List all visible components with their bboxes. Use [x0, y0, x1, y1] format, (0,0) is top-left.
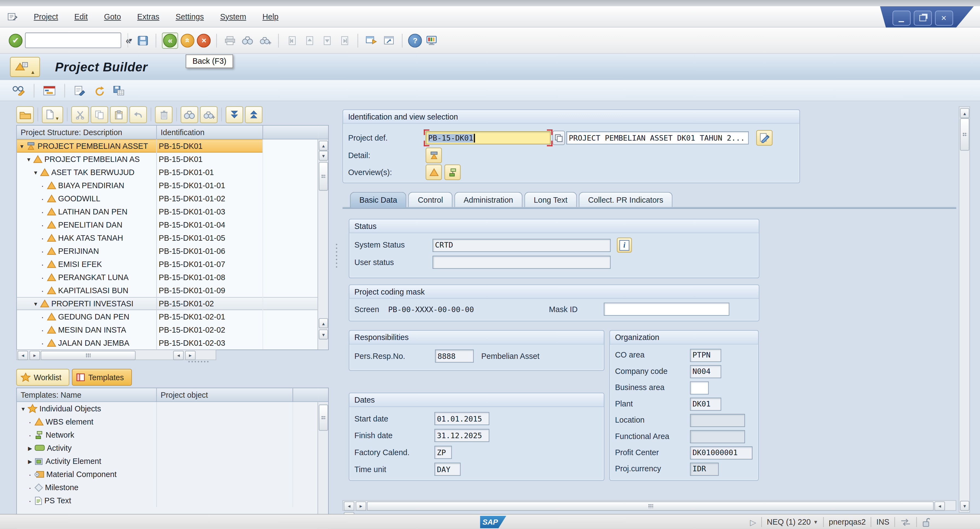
tree-cell-description[interactable]: ▼PROJECT PEMBELIAN AS — [17, 153, 157, 166]
menu-item-settings[interactable]: Settings — [168, 10, 212, 23]
tree-cell-identification[interactable]: PB-15-DK01-01-09 — [157, 284, 263, 297]
tree-cell-identification[interactable]: PB-15-DK01-01-08 — [157, 271, 263, 284]
tree-row[interactable]: ·PENELITIAN DANPB-15-DK01-01-04 — [17, 218, 318, 231]
project-builder-menu-button[interactable]: ▲ — [10, 57, 40, 77]
scroll-right-icon[interactable]: ► — [356, 501, 366, 511]
tree-cell-identification[interactable]: PB-15-DK01-02 — [157, 297, 263, 310]
templates-button[interactable]: Templates — [72, 369, 132, 386]
mask-id-input[interactable] — [604, 303, 730, 315]
last-page-button[interactable] — [337, 33, 352, 48]
menu-item-edit[interactable]: Edit — [66, 10, 96, 23]
tree-row[interactable]: ·LATIHAN DAN PENPB-15-DK01-01-03 — [17, 205, 318, 218]
scroll-left-icon[interactable]: ◄ — [934, 501, 945, 511]
edit-object-button[interactable] — [72, 83, 88, 98]
menu-item-project[interactable]: Project — [26, 10, 66, 23]
tree-cell-description[interactable]: ·JALAN DAN JEMBA — [17, 336, 157, 350]
expander-icon[interactable]: ▼ — [19, 405, 27, 412]
column-header-identification[interactable]: Identification — [157, 126, 263, 139]
scroll-left-icon[interactable]: ◄ — [344, 501, 355, 511]
date-field-input-factory-calend-[interactable]: ZP — [434, 446, 452, 459]
template-cell-project-object[interactable] — [157, 415, 293, 429]
template-cell-project-object[interactable] — [157, 481, 293, 494]
tree-row[interactable]: ▼PROJECT PEMBELIAN ASPB-15-DK01 — [17, 153, 318, 166]
close-button[interactable]: ✕ — [935, 11, 953, 26]
template-cell-name[interactable]: ·Milestone — [17, 481, 157, 494]
project-def-input[interactable]: PB-15-DK01 — [426, 131, 551, 144]
tree-cell-identification[interactable]: PB-15-DK01 — [157, 140, 263, 153]
template-row[interactable]: ·Network — [17, 429, 318, 441]
tree-vertical-scrollbar[interactable]: ▲ ▼ ▲ ▼ — [317, 140, 328, 350]
tree-cell-identification[interactable]: PB-15-DK01-01-01 — [157, 179, 263, 192]
tree-cell-identification[interactable]: PB-15-DK01-01-06 — [157, 245, 263, 258]
scroll-thumb[interactable] — [41, 351, 135, 360]
tab-collect-pr-indicators[interactable]: Collect. PR Indicators — [579, 192, 672, 208]
tree-cell-description[interactable]: ·EMISI EFEK — [17, 258, 157, 271]
tree-cell-description[interactable]: ·GEDUNG DAN PEN — [17, 310, 157, 323]
copy-value-icon[interactable] — [553, 131, 565, 145]
scroll-up-icon[interactable]: ▲ — [960, 108, 969, 118]
find-next-button[interactable] — [258, 33, 273, 48]
paste-button[interactable] — [110, 106, 127, 123]
previous-page-button[interactable] — [302, 33, 317, 48]
insert-mode[interactable]: INS — [872, 518, 894, 527]
tree-cell-identification[interactable]: PB-15-DK01 — [157, 153, 263, 166]
tree-row[interactable]: ▼PROPERTI INVESTASIPB-15-DK01-02 — [17, 297, 318, 310]
tree-cell-description[interactable]: ·HAK ATAS TANAH — [17, 231, 157, 245]
menu-item-extras[interactable]: Extras — [129, 10, 167, 23]
tree-cell-description[interactable]: ·MESIN DAN INSTA — [17, 323, 157, 336]
content-horizontal-scrollbar[interactable]: ◄►◄► — [343, 500, 956, 511]
expander-icon[interactable]: ▼ — [32, 169, 40, 175]
status-info-button[interactable]: i — [617, 238, 632, 253]
tab-administration[interactable]: Administration — [454, 192, 523, 208]
create-object-button[interactable]: ▼ — [42, 106, 63, 123]
tree-cell-identification[interactable]: PB-15-DK01-01 — [157, 166, 263, 179]
tree-horizontal-scrollbar[interactable]: ◄►◄► — [16, 350, 216, 360]
tree-cell-description[interactable]: ·PENELITIAN DAN — [17, 218, 157, 231]
minimize-button[interactable]: ▁ — [892, 11, 910, 26]
undo-tree-button[interactable] — [129, 106, 147, 123]
new-session-button[interactable] — [364, 33, 379, 48]
tree-row[interactable]: ·GOODWILLPB-15-DK01-01-02 — [17, 192, 318, 205]
template-cell-project-object[interactable] — [157, 455, 293, 468]
display-change-button[interactable] — [11, 83, 26, 98]
edit-description-button[interactable] — [756, 130, 772, 145]
command-input[interactable] — [26, 35, 128, 46]
scroll-thumb[interactable] — [367, 501, 934, 511]
horizontal-splitter[interactable] — [188, 360, 209, 364]
scroll-right-icon[interactable]: ► — [185, 351, 196, 360]
message-expand-icon[interactable]: ▷ — [745, 517, 761, 527]
menu-item-help[interactable]: Help — [254, 10, 286, 23]
copy-button[interactable] — [91, 106, 108, 123]
scroll-thumb[interactable] — [319, 162, 328, 191]
gui-settings-button[interactable] — [425, 33, 440, 48]
system-menu-icon[interactable] — [7, 12, 18, 21]
tree-cell-identification[interactable]: PB-15-DK01-01-02 — [157, 192, 263, 205]
date-field-input-time-unit[interactable]: DAY — [434, 462, 461, 476]
template-cell-name[interactable]: ·PS Text — [17, 494, 157, 507]
tree-row[interactable]: ·PERIJINANPB-15-DK01-01-06 — [17, 245, 318, 258]
tree-cell-description[interactable]: ·BIAYA PENDIRIAN — [17, 179, 157, 192]
template-row[interactable]: ·PS Text — [17, 494, 318, 507]
date-field-input-start-date[interactable]: 01.01.2015 — [434, 412, 490, 425]
overview-network-button[interactable] — [444, 164, 460, 180]
org-field-input-company-code[interactable]: N004 — [690, 365, 721, 378]
scroll-up-icon[interactable]: ▲ — [319, 140, 328, 151]
tree-cell-description[interactable]: ·PERANGKAT LUNA — [17, 271, 157, 284]
tree-row[interactable]: ·BIAYA PENDIRIANPB-15-DK01-01-01 — [17, 179, 318, 192]
scroll-thumb[interactable] — [960, 118, 969, 151]
tree-cell-identification[interactable]: PB-15-DK01-01-03 — [157, 205, 263, 218]
expand-all-button[interactable] — [226, 106, 243, 123]
tree-row[interactable]: ▼PROJECT PEMBELIAN ASSETPB-15-DK01 — [17, 140, 318, 153]
template-row[interactable]: ▶Activity — [17, 441, 318, 455]
tab-control[interactable]: Control — [409, 192, 453, 208]
tree-cell-identification[interactable]: PB-15-DK01-01-05 — [157, 231, 263, 245]
org-field-input-functional-area[interactable] — [690, 430, 745, 443]
tree-cell-description[interactable]: ·GOODWILL — [17, 192, 157, 205]
template-row[interactable]: ·Milestone — [17, 481, 318, 494]
enter-button[interactable]: ✔ — [9, 33, 22, 47]
menu-item-goto[interactable]: Goto — [96, 10, 129, 23]
find-tree-button[interactable] — [181, 106, 198, 123]
system-status-input[interactable]: CRTD — [433, 239, 611, 252]
menu-item-system[interactable]: System — [212, 10, 254, 23]
tree-cell-description[interactable]: ▼PROPERTI INVESTASI — [17, 297, 157, 310]
